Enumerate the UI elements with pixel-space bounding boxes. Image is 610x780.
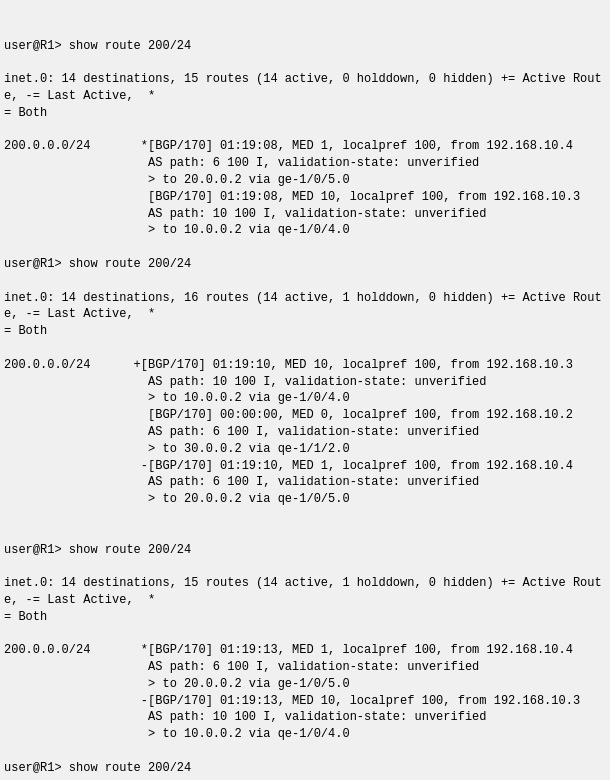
terminal-line: > to 20.0.0.2 via ge-1/0/5.0 xyxy=(4,676,606,693)
terminal-line: inet.0: 14 destinations, 15 routes (14 a… xyxy=(4,575,606,609)
terminal-line: AS path: 6 100 I, validation-state: unve… xyxy=(4,424,606,441)
terminal-line: -[BGP/170] 01:19:13, MED 10, localpref 1… xyxy=(4,693,606,710)
terminal-line xyxy=(4,508,606,525)
terminal-line: AS path: 6 100 I, validation-state: unve… xyxy=(4,659,606,676)
terminal-line xyxy=(4,239,606,256)
terminal-line: inet.0: 14 destinations, 16 routes (14 a… xyxy=(4,290,606,324)
terminal-line xyxy=(4,743,606,760)
terminal-line xyxy=(4,525,606,542)
terminal-line: [BGP/170] 01:19:08, MED 10, localpref 10… xyxy=(4,189,606,206)
terminal-line xyxy=(4,122,606,139)
terminal-line xyxy=(4,273,606,290)
terminal-line xyxy=(4,777,606,780)
terminal-line: AS path: 10 100 I, validation-state: unv… xyxy=(4,709,606,726)
terminal-line: > to 10.0.0.2 via qe-1/0/4.0 xyxy=(4,222,606,239)
terminal-line: 200.0.0.0/24 *[BGP/170] 01:19:13, MED 1,… xyxy=(4,642,606,659)
terminal-line xyxy=(4,558,606,575)
terminal-line: = Both xyxy=(4,323,606,340)
terminal-line: AS path: 6 100 I, validation-state: unve… xyxy=(4,474,606,491)
terminal-line: [BGP/170] 00:00:00, MED 0, localpref 100… xyxy=(4,407,606,424)
terminal-line: user@R1> show route 200/24 xyxy=(4,38,606,55)
terminal-line xyxy=(4,340,606,357)
terminal-line: > to 10.0.0.2 via ge-1/0/4.0 xyxy=(4,390,606,407)
terminal-line: = Both xyxy=(4,609,606,626)
terminal-line: 200.0.0.0/24 *[BGP/170] 01:19:08, MED 1,… xyxy=(4,138,606,155)
terminal-output: user@R1> show route 200/24 inet.0: 14 de… xyxy=(4,4,606,780)
terminal-line: > to 20.0.0.2 via qe-1/0/5.0 xyxy=(4,491,606,508)
terminal-line xyxy=(4,625,606,642)
terminal-line: > to 20.0.0.2 via ge-1/0/5.0 xyxy=(4,172,606,189)
terminal-line: user@R1> show route 200/24 xyxy=(4,256,606,273)
terminal-line: AS path: 10 100 I, validation-state: unv… xyxy=(4,206,606,223)
terminal-line: > to 30.0.0.2 via qe-1/1/2.0 xyxy=(4,441,606,458)
terminal-line: AS path: 6 100 I, validation-state: unve… xyxy=(4,155,606,172)
terminal-line: > to 10.0.0.2 via qe-1/0/4.0 xyxy=(4,726,606,743)
terminal-line: 200.0.0.0/24 +[BGP/170] 01:19:10, MED 10… xyxy=(4,357,606,374)
terminal-line: = Both xyxy=(4,105,606,122)
terminal-line: user@R1> show route 200/24 xyxy=(4,542,606,559)
terminal-line: AS path: 10 100 I, validation-state: unv… xyxy=(4,374,606,391)
terminal-line xyxy=(4,54,606,71)
terminal-line: -[BGP/170] 01:19:10, MED 1, localpref 10… xyxy=(4,458,606,475)
terminal-line: inet.0: 14 destinations, 15 routes (14 a… xyxy=(4,71,606,105)
terminal-line: user@R1> show route 200/24 xyxy=(4,760,606,777)
